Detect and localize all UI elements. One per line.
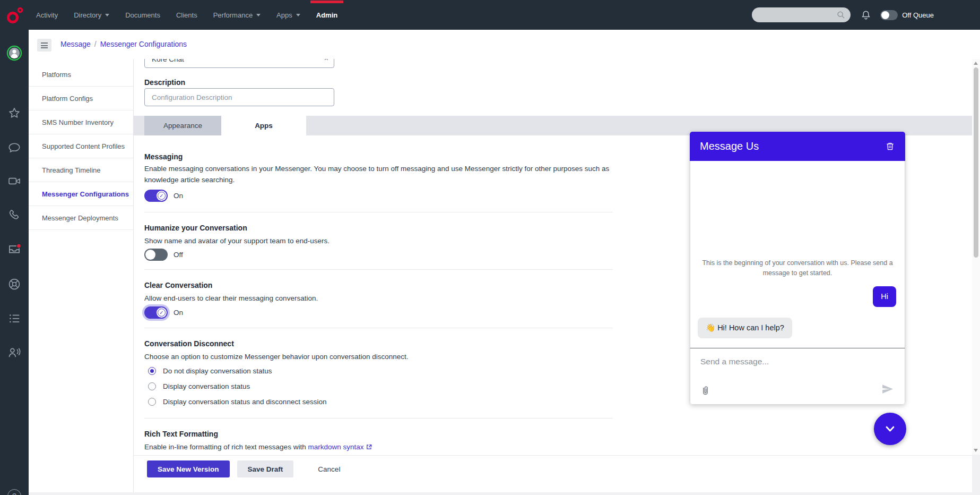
- configuration-name-input[interactable]: [144, 59, 334, 68]
- top-nav-menu: Activity Directory Documents Clients Per…: [36, 11, 353, 19]
- description-label: Description: [144, 78, 185, 87]
- queue-list-icon[interactable]: [7, 312, 21, 326]
- sidebar-item-threading-timeline[interactable]: Threading Timeline: [29, 158, 133, 182]
- page-header: Message/Messenger Configurations: [29, 30, 980, 59]
- save-draft-button[interactable]: Save Draft: [237, 460, 294, 477]
- clear-conversation-toggle-label: On: [174, 309, 183, 317]
- sidebar-item-platform-configs[interactable]: Platform Configs: [29, 87, 133, 110]
- nav-item-admin[interactable]: Admin: [316, 11, 337, 19]
- messaging-description: Enable messaging conversations in your M…: [144, 163, 611, 185]
- humanize-toggle-row: Off: [144, 249, 183, 261]
- interactions-icon[interactable]: [7, 277, 22, 292]
- check-icon: ✓: [158, 309, 166, 317]
- sidebar-item-platforms[interactable]: Platforms: [29, 63, 133, 87]
- left-icon-rail: ?: [0, 30, 29, 495]
- nav-item-clients[interactable]: Clients: [176, 11, 197, 19]
- scrollbar-down-arrow[interactable]: [974, 449, 978, 452]
- description-input[interactable]: [144, 88, 334, 106]
- help-icon[interactable]: ?: [7, 489, 21, 495]
- check-icon: ✓: [158, 192, 166, 200]
- section-divider: [144, 328, 613, 328]
- messaging-toggle[interactable]: ✓: [144, 190, 168, 202]
- clear-conversation-toggle-row: ✓ On: [144, 306, 183, 319]
- inbox-icon[interactable]: [7, 242, 22, 257]
- radio-display-status-and-disconnect[interactable]: Display conversation status and disconne…: [148, 398, 326, 406]
- conversation-disconnect-description: Choose an option to customize Messenger …: [144, 351, 611, 362]
- nav-item-apps[interactable]: Apps: [276, 11, 300, 19]
- conversation-disconnect-title: Conversation Disconnect: [144, 339, 234, 348]
- sidebar-item-supported-content-profiles[interactable]: Supported Content Profiles: [29, 134, 133, 158]
- vertical-scrollbar[interactable]: [972, 59, 980, 455]
- messenger-composer: [690, 348, 905, 405]
- messenger-header: Message Us: [690, 132, 905, 161]
- nav-item-performance[interactable]: Performance: [213, 11, 261, 19]
- top-navigation-bar: Activity Directory Documents Clients Per…: [0, 0, 980, 30]
- tab-apps[interactable]: Apps: [221, 116, 306, 135]
- messaging-toggle-row: ✓ On: [144, 190, 183, 202]
- section-divider: [144, 212, 613, 212]
- notifications-bell-icon[interactable]: [860, 9, 872, 21]
- breadcrumb-message-link[interactable]: Message: [60, 40, 91, 48]
- humanize-toggle[interactable]: [144, 249, 168, 261]
- external-link-icon: [366, 443, 372, 450]
- clear-conversation-toggle[interactable]: ✓: [144, 306, 168, 319]
- nav-item-activity[interactable]: Activity: [36, 11, 58, 19]
- section-divider: [144, 269, 613, 270]
- send-message-icon[interactable]: [881, 382, 894, 396]
- section-divider: [144, 418, 613, 419]
- attachment-paperclip-icon[interactable]: [699, 385, 711, 397]
- clear-conversation-title: Clear Conversation: [144, 281, 212, 289]
- breadcrumb-separator: /: [94, 40, 97, 48]
- trash-icon[interactable]: [885, 141, 895, 151]
- sidebar-item-messenger-configurations[interactable]: Messenger Configurations: [29, 182, 133, 206]
- user-avatar[interactable]: [6, 45, 22, 61]
- rich-text-description: Enable in-line formatting of rich text m…: [144, 441, 611, 453]
- breadcrumb: Message/Messenger Configurations: [60, 40, 187, 48]
- tab-appearance[interactable]: Appearance: [144, 116, 221, 135]
- save-new-version-button[interactable]: Save New Version: [147, 460, 230, 477]
- sidebar-collapse-button[interactable]: [37, 39, 51, 52]
- genesys-logo[interactable]: [5, 5, 25, 25]
- sidebar-item-messenger-deployments[interactable]: Messenger Deployments: [29, 206, 133, 230]
- phone-icon[interactable]: [7, 208, 21, 222]
- messenger-preview-widget: Message Us This is the beginning of your…: [690, 132, 905, 405]
- global-search: [752, 7, 851, 22]
- radio-button-selected: [148, 367, 156, 375]
- scrollbar-up-arrow[interactable]: [974, 62, 978, 65]
- wave-emoji: 👋: [706, 323, 715, 332]
- radio-do-not-display-status[interactable]: Do not display conversation status: [148, 367, 272, 375]
- radio-display-status[interactable]: Display conversation status: [148, 382, 250, 390]
- queue-status-toggle[interactable]: [880, 10, 898, 20]
- clear-icon[interactable]: ×: [324, 59, 328, 62]
- configuration-name-field: ×: [144, 59, 334, 68]
- nav-item-directory[interactable]: Directory: [74, 11, 109, 19]
- clear-conversation-description: Allow end-users to clear their messaging…: [144, 293, 611, 304]
- markdown-syntax-link[interactable]: markdown syntax: [308, 443, 363, 451]
- toggle-knob: [881, 11, 889, 19]
- chat-bubble-icon[interactable]: [7, 141, 21, 155]
- scrollbar-thumb[interactable]: [974, 67, 978, 258]
- breadcrumb-current: Messenger Configurations: [100, 40, 187, 48]
- off-queue-label: Off Queue: [902, 11, 934, 19]
- favorites-star-icon[interactable]: [7, 106, 21, 120]
- messenger-launcher-button[interactable]: [874, 413, 906, 445]
- user-message-bubble: Hi: [873, 286, 896, 307]
- cancel-button[interactable]: Cancel: [307, 460, 351, 477]
- messaging-toggle-label: On: [174, 192, 183, 200]
- notification-dot: [16, 244, 21, 248]
- sidebar-item-sms-number-inventory[interactable]: SMS Number Inventory: [29, 110, 133, 134]
- agent-audio-icon[interactable]: [7, 346, 22, 360]
- video-camera-icon[interactable]: [7, 174, 21, 188]
- chevron-down-icon: [105, 14, 109, 16]
- chevron-down-icon: [296, 14, 300, 16]
- bot-message-bubble: 👋 Hi! How can I help?: [698, 318, 792, 338]
- messenger-title: Message Us: [700, 140, 759, 152]
- rich-text-title: Rich Text Formatting: [144, 430, 218, 438]
- message-input[interactable]: [700, 357, 860, 366]
- humanize-title: Humanize your Conversation: [144, 224, 247, 232]
- chevron-down-icon: [256, 14, 261, 16]
- conversation-intro-text: This is the beginning of your conversati…: [692, 258, 903, 278]
- search-icon: [836, 10, 846, 20]
- nav-item-documents[interactable]: Documents: [125, 11, 160, 19]
- settings-sidebar: Platforms Platform Configs SMS Number In…: [29, 59, 134, 492]
